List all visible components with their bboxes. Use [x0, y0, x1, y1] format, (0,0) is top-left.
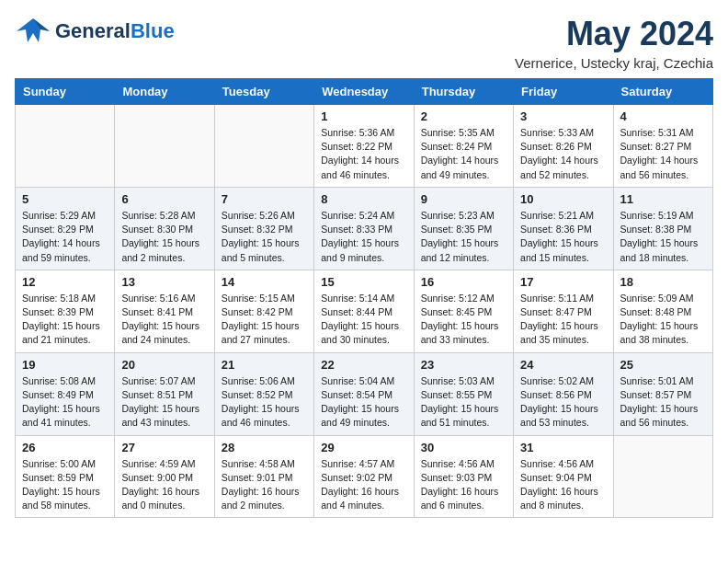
- calendar-cell: 31Sunrise: 4:56 AM Sunset: 9:04 PM Dayli…: [514, 435, 613, 518]
- logo-general-text: General: [55, 19, 131, 43]
- day-info: Sunrise: 5:36 AM Sunset: 8:22 PM Dayligh…: [321, 126, 406, 182]
- day-info: Sunrise: 5:16 AM Sunset: 8:41 PM Dayligh…: [121, 292, 207, 348]
- calendar-cell: [16, 105, 115, 188]
- day-info: Sunrise: 5:33 AM Sunset: 8:26 PM Dayligh…: [520, 126, 606, 182]
- calendar-cell: 14Sunrise: 5:15 AM Sunset: 8:42 PM Dayli…: [214, 270, 313, 352]
- calendar-cell: 2Sunrise: 5:35 AM Sunset: 8:24 PM Daylig…: [414, 105, 513, 188]
- day-number: 5: [22, 192, 108, 206]
- day-info: Sunrise: 5:09 AM Sunset: 8:48 PM Dayligh…: [620, 292, 706, 348]
- calendar-cell: 6Sunrise: 5:28 AM Sunset: 8:30 PM Daylig…: [115, 187, 214, 270]
- weekday-header-wednesday: Wednesday: [314, 79, 414, 105]
- weekday-header-thursday: Thursday: [414, 79, 513, 105]
- day-info: Sunrise: 5:08 AM Sunset: 8:49 PM Dayligh…: [22, 374, 108, 431]
- day-info: Sunrise: 5:19 AM Sunset: 8:38 PM Dayligh…: [620, 209, 706, 265]
- day-number: 17: [520, 275, 606, 289]
- day-info: Sunrise: 5:15 AM Sunset: 8:42 PM Dayligh…: [222, 292, 307, 348]
- day-info: Sunrise: 5:07 AM Sunset: 8:51 PM Dayligh…: [121, 374, 207, 431]
- logo-blue-text: Blue: [131, 19, 175, 43]
- month-title: May 2024: [515, 15, 713, 53]
- calendar-cell: 18Sunrise: 5:09 AM Sunset: 8:48 PM Dayli…: [613, 270, 712, 352]
- day-number: 26: [22, 441, 108, 454]
- day-number: 12: [22, 275, 108, 289]
- calendar-cell: 1Sunrise: 5:36 AM Sunset: 8:22 PM Daylig…: [314, 105, 414, 188]
- calendar-cell: 3Sunrise: 5:33 AM Sunset: 8:26 PM Daylig…: [514, 105, 613, 188]
- day-info: Sunrise: 5:12 AM Sunset: 8:45 PM Dayligh…: [421, 292, 506, 348]
- day-number: 19: [22, 358, 108, 372]
- calendar-cell: 16Sunrise: 5:12 AM Sunset: 8:45 PM Dayli…: [414, 270, 513, 352]
- calendar-week-row: 19Sunrise: 5:08 AM Sunset: 8:49 PM Dayli…: [16, 352, 713, 435]
- day-number: 23: [421, 358, 506, 372]
- calendar-cell: 9Sunrise: 5:23 AM Sunset: 8:35 PM Daylig…: [414, 187, 513, 270]
- calendar-cell: 25Sunrise: 5:01 AM Sunset: 8:57 PM Dayli…: [613, 352, 712, 435]
- calendar-cell: 26Sunrise: 5:00 AM Sunset: 8:59 PM Dayli…: [16, 435, 115, 518]
- day-number: 4: [620, 109, 706, 123]
- calendar-cell: 7Sunrise: 5:26 AM Sunset: 8:32 PM Daylig…: [214, 187, 313, 270]
- weekday-header-sunday: Sunday: [16, 79, 115, 105]
- day-number: 1: [321, 109, 406, 123]
- calendar-cell: 23Sunrise: 5:03 AM Sunset: 8:55 PM Dayli…: [414, 352, 513, 435]
- day-number: 18: [620, 275, 706, 289]
- calendar-cell: 29Sunrise: 4:57 AM Sunset: 9:02 PM Dayli…: [314, 435, 414, 518]
- day-number: 2: [421, 109, 506, 123]
- day-number: 22: [321, 358, 406, 372]
- day-info: Sunrise: 5:18 AM Sunset: 8:39 PM Dayligh…: [22, 292, 108, 348]
- day-info: Sunrise: 5:04 AM Sunset: 8:54 PM Dayligh…: [321, 374, 406, 431]
- day-number: 10: [520, 192, 606, 206]
- calendar-cell: [115, 105, 214, 188]
- calendar-cell: 27Sunrise: 4:59 AM Sunset: 9:00 PM Dayli…: [115, 435, 214, 518]
- day-number: 31: [520, 441, 606, 454]
- day-number: 7: [222, 192, 307, 206]
- calendar-cell: 10Sunrise: 5:21 AM Sunset: 8:36 PM Dayli…: [514, 187, 613, 270]
- day-number: 6: [121, 192, 207, 206]
- weekday-header-saturday: Saturday: [613, 79, 712, 105]
- day-info: Sunrise: 5:28 AM Sunset: 8:30 PM Dayligh…: [121, 209, 207, 265]
- logo-bird-icon: [15, 15, 51, 48]
- svg-marker-0: [17, 18, 50, 42]
- calendar-cell: 21Sunrise: 5:06 AM Sunset: 8:52 PM Dayli…: [214, 352, 313, 435]
- day-info: Sunrise: 5:06 AM Sunset: 8:52 PM Dayligh…: [222, 374, 307, 431]
- day-number: 13: [121, 275, 207, 289]
- calendar-cell: 20Sunrise: 5:07 AM Sunset: 8:51 PM Dayli…: [115, 352, 214, 435]
- day-info: Sunrise: 5:14 AM Sunset: 8:44 PM Dayligh…: [321, 292, 406, 348]
- logo: General Blue: [15, 15, 175, 48]
- day-info: Sunrise: 5:02 AM Sunset: 8:56 PM Dayligh…: [520, 374, 606, 431]
- calendar-cell: 12Sunrise: 5:18 AM Sunset: 8:39 PM Dayli…: [16, 270, 115, 352]
- day-number: 15: [321, 275, 406, 289]
- calendar-cell: 28Sunrise: 4:58 AM Sunset: 9:01 PM Dayli…: [214, 435, 313, 518]
- calendar-cell: 4Sunrise: 5:31 AM Sunset: 8:27 PM Daylig…: [613, 105, 712, 188]
- day-number: 25: [620, 358, 706, 372]
- day-number: 20: [121, 358, 207, 372]
- location-text: Vernerice, Ustecky kraj, Czechia: [515, 55, 713, 71]
- calendar-table: SundayMondayTuesdayWednesdayThursdayFrid…: [15, 78, 713, 518]
- calendar-week-row: 26Sunrise: 5:00 AM Sunset: 8:59 PM Dayli…: [16, 435, 713, 518]
- calendar-cell: 11Sunrise: 5:19 AM Sunset: 8:38 PM Dayli…: [613, 187, 712, 270]
- calendar-cell: 13Sunrise: 5:16 AM Sunset: 8:41 PM Dayli…: [115, 270, 214, 352]
- day-number: 14: [222, 275, 307, 289]
- day-number: 16: [421, 275, 506, 289]
- page-header: General Blue May 2024 Vernerice, Ustecky…: [15, 15, 713, 71]
- day-info: Sunrise: 5:01 AM Sunset: 8:57 PM Dayligh…: [620, 374, 706, 431]
- calendar-cell: 19Sunrise: 5:08 AM Sunset: 8:49 PM Dayli…: [16, 352, 115, 435]
- calendar-cell: 5Sunrise: 5:29 AM Sunset: 8:29 PM Daylig…: [16, 187, 115, 270]
- calendar-cell: [214, 105, 313, 188]
- calendar-cell: 17Sunrise: 5:11 AM Sunset: 8:47 PM Dayli…: [514, 270, 613, 352]
- day-info: Sunrise: 4:56 AM Sunset: 9:04 PM Dayligh…: [520, 457, 606, 513]
- day-number: 24: [520, 358, 606, 372]
- day-number: 11: [620, 192, 706, 206]
- calendar-week-row: 5Sunrise: 5:29 AM Sunset: 8:29 PM Daylig…: [16, 187, 713, 270]
- day-info: Sunrise: 5:03 AM Sunset: 8:55 PM Dayligh…: [421, 374, 506, 431]
- calendar-cell: 22Sunrise: 5:04 AM Sunset: 8:54 PM Dayli…: [314, 352, 414, 435]
- weekday-header-friday: Friday: [514, 79, 613, 105]
- calendar-week-row: 1Sunrise: 5:36 AM Sunset: 8:22 PM Daylig…: [16, 105, 713, 188]
- weekday-header-row: SundayMondayTuesdayWednesdayThursdayFrid…: [16, 79, 713, 105]
- day-info: Sunrise: 4:58 AM Sunset: 9:01 PM Dayligh…: [222, 457, 307, 513]
- day-number: 9: [421, 192, 506, 206]
- day-info: Sunrise: 4:57 AM Sunset: 9:02 PM Dayligh…: [321, 457, 406, 513]
- calendar-cell: [613, 435, 712, 518]
- weekday-header-tuesday: Tuesday: [214, 79, 313, 105]
- day-number: 29: [321, 441, 406, 454]
- day-info: Sunrise: 5:11 AM Sunset: 8:47 PM Dayligh…: [520, 292, 606, 348]
- day-info: Sunrise: 5:29 AM Sunset: 8:29 PM Dayligh…: [22, 209, 108, 265]
- day-info: Sunrise: 5:00 AM Sunset: 8:59 PM Dayligh…: [22, 457, 108, 513]
- day-info: Sunrise: 5:23 AM Sunset: 8:35 PM Dayligh…: [421, 209, 506, 265]
